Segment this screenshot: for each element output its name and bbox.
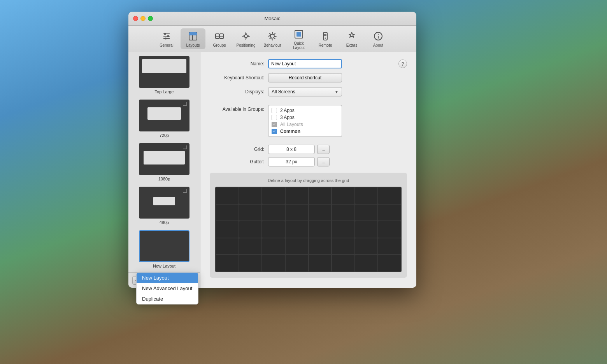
toolbar-label-extras: Extras <box>346 43 357 47</box>
layout-item-720p[interactable]: 720p <box>132 100 196 138</box>
resize-indicator-480p <box>183 189 187 193</box>
name-input[interactable] <box>268 59 342 68</box>
svg-rect-7 <box>189 32 197 35</box>
group-row-3apps: 3 Apps <box>268 114 342 121</box>
name-label: Name: <box>210 61 264 66</box>
displays-select[interactable]: All Screens ▼ <box>268 87 342 96</box>
toolbar-label-behaviour: Behaviour <box>263 43 281 47</box>
grid-cell <box>239 221 262 238</box>
toolbar-item-extras[interactable]: Extras <box>339 28 364 49</box>
svg-point-30 <box>378 34 379 35</box>
layout-thumb-480p <box>139 187 189 219</box>
gutter-row: Gutter: 32 px ... <box>210 157 407 166</box>
close-button[interactable] <box>133 16 138 21</box>
toolbar-label-quick-layout: Quick Layout <box>288 41 310 50</box>
layout-thumb-1080p <box>139 143 189 175</box>
dropdown-menu: New Layout New Advanced Layout Duplicate <box>136 272 198 304</box>
grid-cell <box>216 255 239 271</box>
grid-cell <box>286 187 308 204</box>
grid-cell <box>378 255 401 271</box>
behaviour-icon <box>266 30 279 42</box>
help-button[interactable]: ? <box>398 60 407 68</box>
layout-icon <box>187 30 199 42</box>
grid-cell <box>262 205 285 221</box>
resize-indicator-1080p <box>183 145 187 149</box>
toolbar-label-groups: Groups <box>213 43 226 47</box>
layout-item-1080p[interactable]: 1080p <box>132 143 196 181</box>
right-panel: Name: ? Keyboard Shortcut: Record shortc… <box>200 52 416 288</box>
grid-cell <box>262 255 285 271</box>
toolbar-item-quick-layout[interactable]: Quick Layout <box>286 26 311 51</box>
grid-cell <box>355 187 378 204</box>
layout-item-new-layout[interactable]: New Layout <box>132 230 196 268</box>
grid-section: Grid: 8 x 8 ... Gutter: 32 px ... <box>210 145 407 166</box>
grid-more-button[interactable]: ... <box>317 145 330 154</box>
svg-marker-19 <box>242 35 244 37</box>
grid-cell <box>332 238 354 255</box>
grid-cell <box>332 221 354 238</box>
grid-cell <box>309 221 332 238</box>
layout-name-720p: 720p <box>160 133 169 138</box>
groups-section: Available in Groups: 2 Apps 3 Apps <box>210 105 407 137</box>
main-content: Top Large 720p 1080p <box>128 52 416 288</box>
grid-cell <box>286 221 308 238</box>
grid-cell <box>216 205 239 221</box>
displays-row: Displays: All Screens ▼ <box>210 87 407 96</box>
group-checkbox-3apps[interactable] <box>272 115 277 120</box>
dropdown-item-duplicate[interactable]: Duplicate <box>137 294 198 304</box>
grid-cell <box>309 187 332 204</box>
toolbar-label-about: About <box>373 43 383 47</box>
grid-cell <box>239 255 262 271</box>
record-shortcut-button[interactable]: Record shortcut <box>268 73 342 82</box>
grid-label: Grid: <box>210 147 264 152</box>
dropdown-item-new-layout[interactable]: New Layout <box>137 273 198 283</box>
layout-thumb-inner-720p <box>147 107 181 120</box>
grid-cell <box>378 221 401 238</box>
group-checkbox-2apps[interactable] <box>272 108 277 113</box>
layout-item-480p[interactable]: 480p <box>132 187 196 225</box>
layout-thumb-720p <box>139 100 189 131</box>
toolbar-item-layouts[interactable]: Layouts <box>181 28 205 49</box>
layout-name-top-large: Top Large <box>155 89 174 94</box>
minimize-button[interactable] <box>140 16 146 21</box>
toolbar-label-positioning: Positioning <box>237 43 256 47</box>
group-checkbox-common[interactable]: ✓ <box>272 129 277 134</box>
about-icon <box>372 30 384 42</box>
toolbar: General Layouts Groups <box>128 26 416 52</box>
toolbar-item-general[interactable]: General <box>154 28 179 49</box>
group-row-2apps: 2 Apps <box>268 107 342 114</box>
grid-cell <box>332 255 354 271</box>
layout-name-480p: 480p <box>160 220 169 225</box>
mosaic-window: Mosaic General <box>128 12 416 288</box>
layout-thumb-inner-1080p <box>144 151 185 164</box>
grid-canvas[interactable] <box>215 187 402 272</box>
grid-canvas-label: Define a layout by dragging across the g… <box>215 178 402 183</box>
grid-cell <box>216 187 239 204</box>
gutter-more-button[interactable]: ... <box>317 157 330 166</box>
toolbar-item-behaviour[interactable]: Behaviour <box>260 28 285 49</box>
grid-canvas-section: Define a layout by dragging across the g… <box>210 173 407 278</box>
groups-label: Available in Groups: <box>210 107 264 112</box>
toolbar-item-positioning[interactable]: Positioning <box>233 28 258 49</box>
titlebar: Mosaic <box>128 12 416 26</box>
layout-thumb-new-layout <box>139 230 189 262</box>
quick-layout-icon <box>293 28 305 40</box>
dropdown-item-new-advanced-layout[interactable]: New Advanced Layout <box>137 283 198 294</box>
grid-cell <box>216 221 239 238</box>
svg-marker-20 <box>248 35 250 37</box>
grid-cell <box>309 205 332 221</box>
grid-cell <box>378 205 401 221</box>
toolbar-item-remote[interactable]: Remote <box>313 28 338 49</box>
svg-point-25 <box>325 38 326 39</box>
name-row: Name: ? <box>210 59 407 68</box>
grid-cell <box>216 238 239 255</box>
toolbar-label-remote: Remote <box>318 43 332 47</box>
toolbar-item-groups[interactable]: Groups <box>207 28 232 49</box>
layout-item-top-large[interactable]: Top Large <box>132 56 196 94</box>
grid-cell <box>286 255 308 271</box>
grid-cell <box>239 238 262 255</box>
grid-cell <box>239 205 262 221</box>
maximize-button[interactable] <box>148 16 153 21</box>
layout-name-new-layout: New Layout <box>153 264 175 268</box>
toolbar-item-about[interactable]: About <box>366 28 391 49</box>
